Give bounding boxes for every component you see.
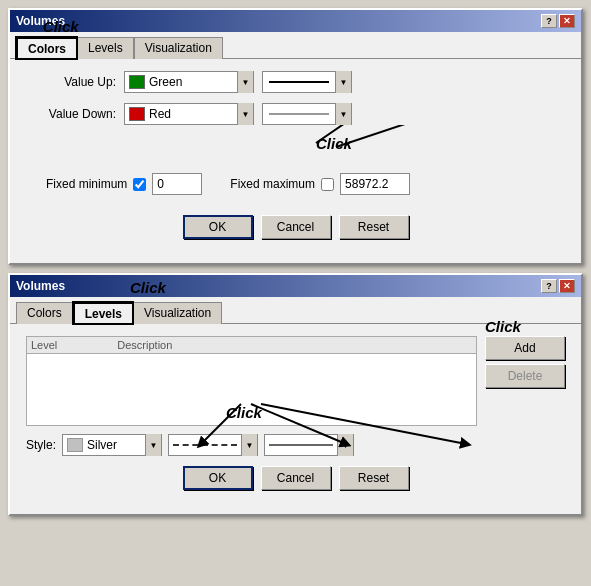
fixed-max-label: Fixed maximum xyxy=(230,177,315,191)
fixed-max-group: Fixed maximum xyxy=(230,173,410,195)
value-up-dropdown-arrow[interactable]: ▼ xyxy=(237,71,253,93)
value-up-color-label: Green xyxy=(149,75,182,89)
help-button-2[interactable]: ? xyxy=(541,279,557,293)
style-row: Style: Silver ▼ ▼ ▼ xyxy=(26,434,565,456)
svg-line-1 xyxy=(336,125,426,147)
fixed-max-checkbox[interactable] xyxy=(321,178,334,191)
dialog-2-content: Level Description Click Add Delete Click xyxy=(10,324,581,514)
style-label: Style: xyxy=(26,438,56,452)
title-controls-1: ? ✕ xyxy=(541,14,575,28)
solid-line-arrow[interactable]: ▼ xyxy=(337,434,353,456)
value-down-dropdown-text: Red xyxy=(125,107,237,121)
col-description-header: Description xyxy=(117,339,172,351)
fixed-max-input[interactable] xyxy=(340,173,410,195)
value-down-row: Value Down: Red ▼ ▼ xyxy=(26,103,565,125)
solid-line-preview xyxy=(269,444,333,446)
tab-visualization-1[interactable]: Visualization xyxy=(134,37,223,59)
tab-bar-1: Colors Levels Visualization Click xyxy=(10,32,581,59)
dashed-line-preview xyxy=(173,444,237,446)
dialog-1-content: Value Up: Green ▼ ▼ Value Down: Red xyxy=(10,59,581,263)
cancel-button-1[interactable]: Cancel xyxy=(261,215,331,239)
value-down-dropdown[interactable]: Red ▼ xyxy=(124,103,254,125)
close-button-2[interactable]: ✕ xyxy=(559,279,575,293)
style-color-dropdown[interactable]: Silver ▼ xyxy=(62,434,162,456)
ok-button-2[interactable]: OK xyxy=(183,466,253,490)
fixed-min-checkbox[interactable] xyxy=(133,178,146,191)
ok-button-1[interactable]: OK xyxy=(183,215,253,239)
title-controls-2: ? ✕ xyxy=(541,279,575,293)
reset-button-1[interactable]: Reset xyxy=(339,215,409,239)
style-area: Click xyxy=(26,434,565,456)
style-line-dashed[interactable]: ▼ xyxy=(168,434,258,456)
fixed-min-input[interactable] xyxy=(152,173,202,195)
levels-table-body xyxy=(27,354,476,424)
style-color-swatch xyxy=(67,438,83,452)
levels-table: Level Description xyxy=(26,336,477,426)
value-up-color-indicator xyxy=(129,75,145,89)
tab-levels-1[interactable]: Levels xyxy=(77,37,134,59)
dashed-line-arrow[interactable]: ▼ xyxy=(241,434,257,456)
tab-levels-2[interactable]: Levels xyxy=(73,302,133,324)
dialog-2-title: Volumes xyxy=(16,279,65,293)
dialog-1: Volumes ? ✕ Colors Levels Visualization … xyxy=(8,8,583,265)
add-button[interactable]: Add xyxy=(485,336,565,360)
help-button-1[interactable]: ? xyxy=(541,14,557,28)
value-up-line-arrow[interactable]: ▼ xyxy=(335,71,351,93)
fixed-minmax-row: Fixed minimum Fixed maximum xyxy=(26,173,565,195)
style-color-arrow[interactable]: ▼ xyxy=(145,434,161,456)
close-button-1[interactable]: ✕ xyxy=(559,14,575,28)
levels-content: Level Description Click Add Delete xyxy=(26,336,565,426)
dialog-2-buttons: OK Cancel Reset xyxy=(26,456,565,502)
value-up-dropdown[interactable]: Green ▼ xyxy=(124,71,254,93)
value-down-color-indicator xyxy=(129,107,145,121)
dialog-1-title: Volumes xyxy=(16,14,65,28)
fixed-min-label: Fixed minimum xyxy=(46,177,127,191)
title-bar-2: Volumes ? ✕ xyxy=(10,275,581,297)
value-up-label: Value Up: xyxy=(26,75,116,89)
value-up-line-style[interactable]: ▼ xyxy=(262,71,352,93)
reset-button-2[interactable]: Reset xyxy=(339,466,409,490)
style-line-solid[interactable]: ▼ xyxy=(264,434,354,456)
tab-colors-2[interactable]: Colors xyxy=(16,302,73,324)
dialog-2: Volumes ? ✕ Colors Levels Visualization … xyxy=(8,273,583,516)
col-level-header: Level xyxy=(31,339,57,351)
delete-button[interactable]: Delete xyxy=(485,364,565,388)
value-down-label: Value Down: xyxy=(26,107,116,121)
tab-colors-1[interactable]: Colors xyxy=(16,37,77,59)
value-up-line-preview xyxy=(269,81,329,83)
value-up-dropdown-text: Green xyxy=(125,75,237,89)
style-color-label: Silver xyxy=(87,438,117,452)
value-down-color-label: Red xyxy=(149,107,171,121)
value-down-line-style[interactable]: ▼ xyxy=(262,103,352,125)
tab-bar-2: Colors Levels Visualization Click xyxy=(10,297,581,324)
tab-visualization-2[interactable]: Visualization xyxy=(133,302,222,324)
arrows-svg-1 xyxy=(26,125,565,165)
value-down-line-preview xyxy=(269,113,329,115)
title-bar-1: Volumes ? ✕ xyxy=(10,10,581,32)
value-up-row: Value Up: Green ▼ ▼ xyxy=(26,71,565,93)
click-annotation-area-1: Click xyxy=(26,125,565,165)
levels-side-panel: Click Add Delete xyxy=(485,336,565,426)
value-down-line-arrow[interactable]: ▼ xyxy=(335,103,351,125)
value-down-dropdown-arrow[interactable]: ▼ xyxy=(237,103,253,125)
levels-table-header: Level Description xyxy=(27,337,476,354)
style-color-text: Silver xyxy=(63,438,145,452)
fixed-min-group: Fixed minimum xyxy=(26,173,202,195)
dialog-1-buttons: OK Cancel Reset xyxy=(26,205,565,251)
cancel-button-2[interactable]: Cancel xyxy=(261,466,331,490)
